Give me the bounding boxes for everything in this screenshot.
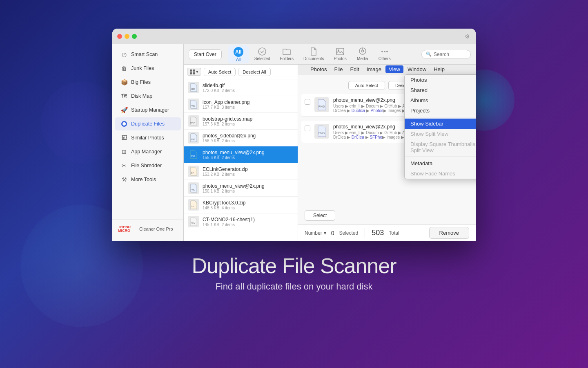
- deselect-all-button[interactable]: Deselect All: [238, 68, 270, 76]
- svg-text:ZIP: ZIP: [191, 172, 194, 174]
- dropdown-label: Show Split View: [410, 131, 448, 137]
- sidebar-label-big-files: Big Files: [131, 79, 151, 85]
- sidebar-item-app-manager[interactable]: ⊞ App Manager: [115, 145, 181, 158]
- detail-checkbox[interactable]: [305, 126, 310, 131]
- menu-item-file[interactable]: File: [331, 65, 346, 73]
- list-item-selected[interactable]: PNG photos_menu_view@2x.png 155.6 KB, 2 …: [184, 146, 298, 163]
- sidebar-item-more-tools[interactable]: ⚒ More Tools: [115, 173, 181, 186]
- dropdown-item-shared[interactable]: Shared ⌘2: [405, 85, 476, 95]
- menu-item-edit[interactable]: Edit: [347, 65, 362, 73]
- file-meta: 146.5 KB, 4 items: [203, 206, 294, 210]
- file-name: bootstrap-grid.css.map: [203, 116, 294, 122]
- close-button[interactable]: [117, 34, 122, 39]
- minimize-button[interactable]: [125, 34, 129, 39]
- app-window: ⚙ ◷ Smart Scan 🗑 Junk Files 📦 Big Files …: [112, 29, 476, 241]
- sidebar-item-file-shredder[interactable]: ✂ File Shredder: [115, 159, 181, 172]
- list-item[interactable]: ZIP KBCryptTool.3.0.zip 146.5 KB, 4 item…: [184, 197, 298, 213]
- file-info: ECLinkGenerator.zip 153.2 KB, 2 items: [203, 166, 294, 177]
- file-meta: 145.1 KB, 2 items: [203, 222, 294, 227]
- file-name: photos_sidebar@2x.png: [203, 133, 294, 139]
- sidebar-item-smart-scan[interactable]: ◷ Smart Scan: [115, 48, 181, 61]
- list-item[interactable]: PNG photos_menu_view@2x.png 150.1 KB, 2 …: [184, 180, 298, 197]
- grid-view-button[interactable]: ▾: [187, 68, 201, 76]
- svg-rect-11: [193, 70, 195, 72]
- sidebar-label-smart-scan: Smart Scan: [131, 52, 158, 57]
- menu-item-window[interactable]: Window: [404, 65, 430, 73]
- file-name: icon_App cleaner.png: [203, 99, 294, 105]
- tab-all[interactable]: All All: [228, 45, 249, 63]
- tab-media[interactable]: Media: [352, 45, 373, 63]
- tab-folders[interactable]: Folders: [276, 45, 298, 63]
- menu-item-view[interactable]: View: [385, 65, 403, 73]
- file-thumb: PNG: [188, 132, 199, 144]
- file-info: slide4b.gif 172.0 KB, 2 items: [203, 83, 294, 93]
- tab-documents[interactable]: Documents: [299, 45, 328, 63]
- sidebar: ◷ Smart Scan 🗑 Junk Files 📦 Big Files 🗺 …: [112, 44, 184, 241]
- sidebar-label-duplicate-files: Duplicate Files: [131, 121, 165, 127]
- sub-title: Find all duplicate files on your hard di…: [215, 281, 372, 292]
- list-item[interactable]: ZIP ECLinkGenerator.zip 153.2 KB, 2 item…: [184, 163, 298, 180]
- svg-text:PNG: PNG: [191, 105, 195, 107]
- window-body: ◷ Smart Scan 🗑 Junk Files 📦 Big Files 🗺 …: [112, 44, 476, 241]
- tab-photos[interactable]: Photos: [330, 45, 351, 63]
- dropdown-item-photos[interactable]: Photos ⌘1: [405, 75, 476, 85]
- search-input[interactable]: [434, 52, 466, 57]
- settings-icon[interactable]: ⚙: [463, 33, 471, 40]
- duplicate-files-icon: [120, 120, 128, 128]
- svg-text:MAP: MAP: [190, 121, 195, 124]
- start-over-button[interactable]: Start Over: [189, 49, 222, 59]
- tab-photos-label: Photos: [334, 56, 347, 61]
- sidebar-item-big-files[interactable]: 📦 Big Files: [115, 76, 181, 89]
- sidebar-footer: TRENDMICRO Cleaner One Pro: [112, 220, 183, 238]
- list-item[interactable]: DCM CT-MONO2-16-chest(1) 145.1 KB, 2 ite…: [184, 213, 298, 230]
- menu-item-image[interactable]: Image: [363, 65, 385, 73]
- detail-panel: Photos File Edit Image View Window Help …: [298, 65, 476, 241]
- sidebar-label-app-manager: App Manager: [131, 149, 162, 155]
- shortcut-label: ⌥⌘S: [475, 121, 476, 126]
- detail-checkbox[interactable]: [305, 99, 310, 105]
- list-item[interactable]: PNG photos_sidebar@2x.png 156.9 KB, 2 it…: [184, 130, 298, 146]
- search-box[interactable]: 🔍: [421, 50, 471, 59]
- tab-others[interactable]: Others: [374, 45, 395, 63]
- dropdown-item-show-sidebar[interactable]: Show Sidebar ⌥⌘S: [405, 119, 476, 129]
- search-icon: 🔍: [426, 52, 432, 57]
- menu-item-help[interactable]: Help: [430, 65, 448, 73]
- sidebar-item-startup-manager[interactable]: 🚀 Startup Manager: [115, 103, 181, 117]
- separator: [405, 117, 476, 117]
- photos-tab-icon: [336, 47, 345, 56]
- file-meta: 172.0 KB, 2 items: [203, 88, 294, 93]
- dropdown-item-albums[interactable]: Albums ⌘3: [405, 95, 476, 105]
- sidebar-item-similar-photos[interactable]: 🖼 Similar Photos: [115, 131, 181, 144]
- sidebar-label-more-tools: More Tools: [131, 177, 156, 182]
- file-name: slide4b.gif: [203, 83, 294, 88]
- svg-text:PNG: PNG: [191, 155, 195, 157]
- dropdown-item-face-names: Show Face Names: [405, 168, 476, 179]
- detail-auto-select-button[interactable]: Auto Select: [348, 81, 385, 90]
- select-button[interactable]: Select: [305, 210, 335, 221]
- similar-photos-icon: 🖼: [120, 134, 128, 141]
- list-item[interactable]: MAP bootstrap-grid.css.map 157.6 KB, 2 i…: [184, 113, 298, 130]
- file-thumb: ZIP: [188, 166, 199, 177]
- sidebar-item-duplicate-files[interactable]: Duplicate Files: [115, 117, 181, 130]
- tab-selected[interactable]: Selected: [250, 45, 274, 63]
- sidebar-item-disk-map[interactable]: 🗺 Disk Map: [115, 90, 181, 103]
- svg-text:PNG: PNG: [318, 132, 325, 135]
- dropdown-item-projects[interactable]: Projects ⌘4: [405, 105, 476, 116]
- auto-select-button[interactable]: Auto Select: [204, 68, 236, 76]
- svg-point-8: [384, 51, 385, 52]
- bottom-section: Duplicate File Scanner Find all duplicat…: [192, 254, 396, 292]
- list-item[interactable]: GIF slide4b.gif 172.0 KB, 2 items: [184, 79, 298, 96]
- list-item[interactable]: PNG icon_App cleaner.png 157.7 KB, 3 ite…: [184, 96, 298, 113]
- menu-item-photos[interactable]: Photos: [307, 65, 330, 73]
- dropdown-item-metadata[interactable]: Metadata ▶: [405, 158, 476, 168]
- maximize-button[interactable]: [132, 34, 137, 39]
- others-tab-icon: [380, 47, 389, 56]
- file-name: CT-MONO2-16-chest(1): [203, 217, 294, 222]
- file-list: GIF slide4b.gif 172.0 KB, 2 items PNG: [184, 79, 298, 241]
- main-title: Duplicate File Scanner: [192, 254, 396, 278]
- sidebar-item-junk-files[interactable]: 🗑 Junk Files: [115, 62, 181, 75]
- file-name: photos_menu_view@2x.png: [203, 150, 294, 155]
- tab-folders-label: Folders: [280, 56, 294, 61]
- footer-app-name: Cleaner One Pro: [139, 227, 173, 231]
- dropdown-label: Projects: [410, 108, 430, 114]
